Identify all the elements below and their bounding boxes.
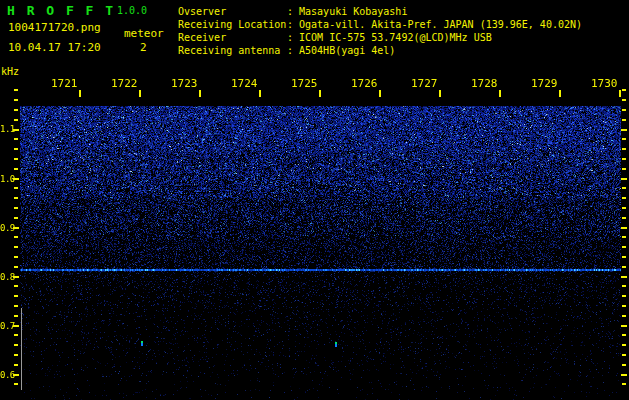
- freq-tick-right: [621, 129, 627, 131]
- freq-tick-right: [622, 256, 626, 258]
- freq-tick-right: [622, 138, 626, 140]
- time-label: 1728: [471, 77, 497, 90]
- time-label: 1725: [291, 77, 317, 90]
- echo-count: 2: [140, 41, 147, 54]
- info-row: Receiving antenna: A504HB(yagi 4el): [178, 44, 582, 57]
- freq-tick-right: [622, 266, 626, 268]
- freq-tick-right: [622, 364, 626, 366]
- freq-tick-right: [622, 344, 626, 346]
- freq-label: 0.6: [0, 370, 14, 380]
- freq-tick-left: [14, 138, 18, 140]
- freq-tick-left: [14, 256, 18, 258]
- info-label: Ovserver: [178, 5, 287, 18]
- time-tick: [439, 90, 441, 97]
- freq-tick-right: [622, 305, 626, 307]
- freq-tick-left: [14, 119, 18, 121]
- freq-tick-right: [622, 158, 626, 160]
- freq-tick-right: [621, 325, 627, 327]
- freq-tick-left: [14, 383, 18, 385]
- spectrogram-plot: [20, 68, 621, 400]
- freq-label: 0.7: [0, 321, 14, 331]
- time-tick: [139, 90, 141, 97]
- freq-tick-right: [622, 295, 626, 297]
- info-value: : Ogata-vill. Akita-Pref. JAPAN (139.96E…: [287, 19, 582, 30]
- time-tick: [619, 90, 621, 97]
- freq-axis-unit: kHz: [1, 66, 19, 77]
- freq-tick-left: [14, 207, 18, 209]
- time-label: 1729: [531, 77, 557, 90]
- observation-datetime: 10.04.17 17:20: [8, 41, 101, 54]
- time-label: 1730: [591, 77, 617, 90]
- info-row: Ovserver: Masayuki Kobayashi: [178, 5, 582, 18]
- freq-tick-right: [621, 374, 627, 376]
- mode-label: meteor: [124, 27, 164, 40]
- freq-tick-left: [14, 89, 18, 91]
- time-label: 1722: [111, 77, 137, 90]
- freq-label: 1.0: [0, 174, 14, 184]
- info-label: Receiving Location: [178, 18, 287, 31]
- time-label: 1723: [171, 77, 197, 90]
- freq-tick-left: [14, 217, 18, 219]
- freq-tick-right: [622, 168, 626, 170]
- freq-tick-left: [14, 344, 18, 346]
- freq-tick-right: [621, 178, 627, 180]
- freq-tick-left: [14, 148, 18, 150]
- info-row: Receiver: ICOM IC-575 53.7492(@LCD)MHz U…: [178, 31, 582, 44]
- info-value: : A504HB(yagi 4el): [287, 45, 395, 56]
- info-label: Receiver: [178, 31, 287, 44]
- freq-tick-right: [622, 217, 626, 219]
- freq-tick-left: [14, 109, 18, 111]
- time-tick: [499, 90, 501, 97]
- freq-tick-left: [14, 197, 18, 199]
- freq-tick-left: [14, 236, 18, 238]
- freq-tick-right: [622, 334, 626, 336]
- freq-tick-right: [622, 383, 626, 385]
- spectrogram-canvas: [20, 106, 621, 400]
- freq-tick-right: [622, 315, 626, 317]
- freq-tick-right: [622, 187, 626, 189]
- freq-tick-left: [14, 295, 18, 297]
- freq-tick-left: [14, 364, 18, 366]
- freq-tick-right: [622, 197, 626, 199]
- app-title: H R O F F T: [7, 3, 115, 18]
- time-label: 1724: [231, 77, 257, 90]
- freq-tick-right: [621, 276, 627, 278]
- freq-tick-left: [14, 158, 18, 160]
- time-tick: [259, 90, 261, 97]
- freq-tick-left: [14, 168, 18, 170]
- freq-tick-left: [14, 305, 18, 307]
- freq-tick-left: [14, 285, 18, 287]
- freq-label: 0.8: [0, 272, 14, 282]
- info-label: Receiving antenna: [178, 44, 287, 57]
- time-label: 1721: [51, 77, 77, 90]
- info-value: : ICOM IC-575 53.7492(@LCD)MHz USB: [287, 32, 492, 43]
- output-filename: 1004171720.png: [8, 21, 101, 34]
- freq-tick-left: [14, 187, 18, 189]
- freq-label: 0.9: [0, 223, 14, 233]
- freq-label: 1.1: [0, 124, 14, 134]
- time-tick: [559, 90, 561, 97]
- freq-tick-right: [622, 99, 626, 101]
- freq-tick-left: [14, 99, 18, 101]
- freq-tick-right: [622, 354, 626, 356]
- time-tick: [319, 90, 321, 97]
- hrofft-window: H R O F F T 1.0.0 1004171720.png meteor …: [0, 0, 629, 400]
- info-value: : Masayuki Kobayashi: [287, 6, 407, 17]
- time-label: 1727: [411, 77, 437, 90]
- time-label: 1726: [351, 77, 377, 90]
- freq-tick-left: [14, 266, 18, 268]
- freq-tick-right: [622, 119, 626, 121]
- time-tick: [379, 90, 381, 97]
- freq-tick-right: [622, 236, 626, 238]
- info-row: Receiving Location: Ogata-vill. Akita-Pr…: [178, 18, 582, 31]
- freq-tick-left: [14, 315, 18, 317]
- freq-tick-right: [622, 246, 626, 248]
- freq-tick-left: [14, 334, 18, 336]
- freq-tick-right: [622, 207, 626, 209]
- freq-tick-right: [622, 285, 626, 287]
- freq-tick-left: [14, 354, 18, 356]
- freq-tick-right: [622, 109, 626, 111]
- station-info: Ovserver: Masayuki KobayashiReceiving Lo…: [178, 5, 582, 57]
- freq-tick-right: [622, 148, 626, 150]
- time-tick: [199, 90, 201, 97]
